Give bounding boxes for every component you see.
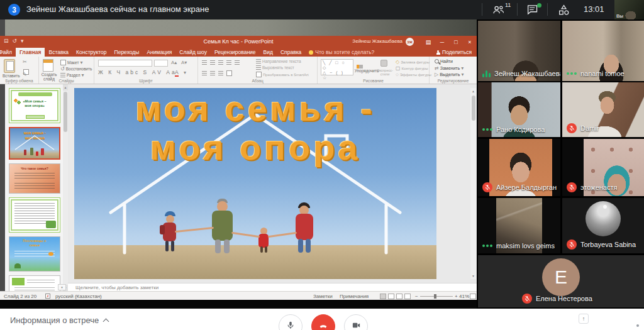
- list-buttons[interactable]: [202, 60, 240, 65]
- mic-on-icon: [482, 128, 485, 131]
- normal-view-icon[interactable]: [380, 294, 386, 299]
- speaking-indicator-icon: [482, 70, 491, 77]
- zoom-slider[interactable]: [420, 296, 453, 297]
- tab-slideshow[interactable]: Слайд шоу: [175, 48, 211, 57]
- slideshow-view-icon[interactable]: [404, 294, 411, 299]
- grow-font-icon[interactable]: А▴: [171, 60, 177, 65]
- zoom-slider-thumb[interactable]: [434, 294, 436, 299]
- shrink-font-icon[interactable]: А▾: [181, 60, 187, 65]
- ribbon-group-clipboard: Вставить ✂ ✎ Буфер обмена: [0, 57, 39, 84]
- zoom-out-icon[interactable]: −: [415, 294, 418, 299]
- slide-thumbnail-3[interactable]: Что такое семья?: [9, 163, 60, 194]
- tab-review[interactable]: Рецензирование: [211, 48, 260, 57]
- participant-tile[interactable]: Айзере Балдырган: [478, 139, 560, 196]
- chevron-up-icon: [103, 319, 109, 325]
- tab-view[interactable]: Вид: [260, 48, 277, 57]
- fit-slide-icon[interactable]: [470, 294, 476, 299]
- activities-icon[interactable]: [558, 4, 570, 15]
- cut-icon[interactable]: ✂: [23, 59, 27, 65]
- thumbnail-scrollbar[interactable]: ▲ ▼: [63, 84, 68, 291]
- tab-home[interactable]: Главная: [16, 48, 45, 57]
- language-indicator[interactable]: русский (Казахстан): [55, 294, 102, 299]
- participant-tile[interactable]: этоженастя: [562, 139, 644, 196]
- font-size-box[interactable]: [154, 60, 168, 67]
- slide-thumbnail-4[interactable]: [9, 197, 60, 233]
- slide-canvas[interactable]: моя семья - моя опора: [74, 88, 436, 279]
- self-view-tile[interactable]: Вы: [614, 0, 644, 19]
- notification-text: Зейнеш Жакашбаева сейчас на главном экра…: [26, 4, 209, 14]
- ribbon-group-editing: Найти ⇄Заменить▾ ▷Выделить▾ Редактирован…: [430, 57, 477, 84]
- smartart-button[interactable]: Преобразовать в SmartArt: [256, 72, 309, 77]
- shape-outline-button[interactable]: ▢Контур фигуры: [396, 65, 428, 71]
- paste-label[interactable]: Вставить: [3, 74, 20, 78]
- new-slide-icon[interactable]: [43, 59, 53, 72]
- ribbon-group-drawing: ╲ ╱ □ ○ ◇ △ ~ ( ) ☆ Упорядочить Экспресс…: [318, 57, 430, 84]
- zoom-level[interactable]: 41%: [459, 294, 469, 299]
- font-name-box[interactable]: [98, 60, 152, 67]
- shape-effects-button[interactable]: ◌Эффекты фигуры: [396, 72, 431, 77]
- slide-thumbnail-6[interactable]: [9, 275, 60, 293]
- clock: 13:01: [584, 4, 604, 14]
- font-more-icon[interactable]: ▾: [184, 70, 186, 75]
- comments-toggle[interactable]: Примечания: [340, 294, 369, 299]
- find-button[interactable]: Найти: [435, 59, 453, 63]
- mic-off-icon: [567, 123, 577, 133]
- quick-styles-label[interactable]: Экспресс-стили: [377, 69, 393, 76]
- reading-view-icon[interactable]: [396, 294, 402, 299]
- slide-scrollbar[interactable]: ▲ ▼: [470, 88, 476, 279]
- tell-me-box[interactable]: Что вы хотите сделать?: [305, 48, 378, 57]
- spellcheck-icon[interactable]: ✗: [45, 294, 50, 299]
- tab-design[interactable]: Конструктор: [72, 48, 110, 57]
- participants-icon[interactable]: [492, 4, 505, 15]
- minimize-icon[interactable]: ─: [435, 36, 449, 48]
- share-button[interactable]: Поделиться: [431, 48, 477, 57]
- participant-tile[interactable]: E Елена Нестерова: [478, 255, 644, 307]
- meeting-info-button[interactable]: Информация о встрече: [10, 316, 108, 325]
- notes-collapse-icon[interactable]: ▾: [58, 284, 66, 290]
- scroll-down-icon[interactable]: ▼: [470, 273, 476, 279]
- zoom-in-icon[interactable]: +: [455, 294, 458, 299]
- participant-tile[interactable]: Damir: [562, 82, 644, 137]
- layout-button[interactable]: Макет▾: [60, 60, 82, 65]
- tab-animations[interactable]: Анимация: [143, 48, 175, 57]
- font-style-buttons[interactable]: Ж К Ч abc S АV Аа: [98, 69, 177, 75]
- quick-styles-icon[interactable]: [380, 60, 387, 67]
- participant-tile[interactable]: Зейнеш Жакашбаева: [478, 21, 560, 81]
- slide-thumbnail-1[interactable]: «Моя семья –моя опора»: [9, 88, 60, 123]
- tab-file[interactable]: Файл: [0, 48, 16, 57]
- participant-tile[interactable]: Torbayeva Sabina: [562, 198, 644, 253]
- ribbon-display-icon[interactable]: ▤: [421, 36, 435, 48]
- shape-fill-button[interactable]: ◇Заливка фигуры: [396, 59, 430, 65]
- slide-thumbnail-5[interactable]: Пословицы осемье: [9, 236, 60, 272]
- participants-count: 11: [505, 2, 511, 8]
- notes-pane[interactable]: Щелкните, чтобы добавить заметки: [68, 283, 477, 291]
- replace-button[interactable]: ⇄Заменить▾: [435, 65, 464, 71]
- font-color-icon[interactable]: А: [175, 69, 179, 77]
- scroll-up-icon[interactable]: ▲: [470, 88, 476, 94]
- participant-tile[interactable]: Рано Кодирова: [478, 82, 560, 137]
- tab-help[interactable]: Справка: [277, 48, 305, 57]
- ppt-account-avatar[interactable]: ЗЖ: [406, 38, 414, 46]
- text-direction-button[interactable]: Направление текста: [256, 59, 301, 63]
- participant-tile[interactable]: maksim lovs geims: [478, 198, 560, 253]
- format-painter-icon[interactable]: ✎: [23, 72, 27, 77]
- select-button[interactable]: ▷Выделить▾: [435, 72, 464, 77]
- shapes-gallery[interactable]: ╲ ╱ □ ○ ◇ △ ~ ( ) ☆: [321, 59, 353, 75]
- participant-tile[interactable]: nanami tomoe: [562, 21, 644, 81]
- scroll-up-icon[interactable]: ▲: [63, 84, 68, 91]
- participants-panel: Зейнеш Жакашбаева nanami tomoe Рано Коди…: [477, 19, 644, 309]
- tab-insert[interactable]: Вставка: [45, 48, 72, 57]
- tab-transitions[interactable]: Переходы: [111, 48, 143, 57]
- scroll-top-button[interactable]: ↑: [579, 314, 589, 324]
- align-text-button[interactable]: Выровнять текст: [256, 65, 294, 70]
- arrange-label[interactable]: Упорядочить: [354, 69, 379, 74]
- align-buttons[interactable]: [202, 70, 232, 76]
- close-icon[interactable]: ×: [463, 36, 477, 48]
- section-button[interactable]: Раздел▾: [60, 72, 84, 78]
- maximize-icon[interactable]: □: [449, 36, 463, 48]
- slide-thumbnail-2-selected[interactable]: моя семья -моя опора: [9, 127, 60, 160]
- reset-button[interactable]: ↺Восстановить: [60, 66, 92, 72]
- sorter-view-icon[interactable]: [388, 294, 394, 299]
- chat-icon[interactable]: [527, 4, 540, 15]
- notes-toggle[interactable]: Заметки: [313, 294, 333, 299]
